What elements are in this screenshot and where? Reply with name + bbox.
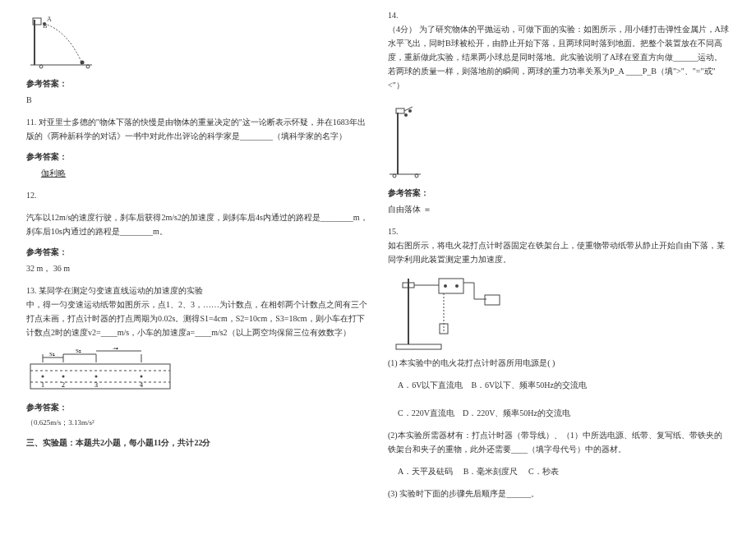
q11-text: 对亚里士多德的"物体下落的快慢是由物体的重量决定的"这一论断表示怀疑，并在168…: [26, 118, 366, 141]
q15-optB: B．6V以下、频率50Hz的交流电: [471, 380, 587, 390]
q15-intro: 如右图所示，将电火花打点计时器固定在铁架台上，使重物带动纸带从静止开始自由下落，…: [388, 241, 725, 264]
q13-text: 中，得一匀变速运动纸带如图所示，点1、2、3，……为计数点，在相邻两个计数点之间…: [26, 300, 367, 337]
q13: 13. 某同学在测定匀变速直线运动的加速度的实验 中，得一匀变速运动纸带如图所示…: [26, 284, 368, 339]
q14-score: （4分）: [388, 25, 417, 34]
q15-figure: [388, 274, 730, 353]
q13-figure: 1 2 3 4 S₁ S₂ S₃: [26, 348, 368, 397]
q14-answer-label: 参考答案：: [388, 187, 730, 199]
q15-num: 15.: [388, 224, 730, 238]
q12-answer-label: 参考答案：: [26, 247, 368, 258]
svg-text:S₃: S₃: [113, 348, 118, 351]
svg-text:S₁: S₁: [49, 351, 55, 357]
section-3-title: 三、实验题：本题共2小题，每小题11分，共计22分: [26, 437, 368, 449]
svg-point-7: [39, 65, 43, 68]
svg-point-35: [408, 109, 412, 113]
svg-point-34: [404, 113, 408, 117]
q12-answer: 32 m， 36 m: [26, 261, 368, 275]
q14-answer: 自由落体 ＝: [388, 202, 730, 216]
svg-text:1: 1: [41, 381, 44, 389]
q15-opt2C: C．秒表: [528, 467, 559, 476]
svg-point-43: [444, 284, 447, 288]
svg-text:S₂: S₂: [76, 348, 81, 354]
svg-point-14: [62, 376, 65, 378]
svg-text:3: 3: [94, 381, 98, 389]
svg-point-44: [455, 284, 459, 288]
q15-opt2B: B．毫米刻度尺: [463, 467, 519, 476]
q12-num: 12.: [26, 188, 368, 202]
q14-num: 14.: [388, 8, 730, 22]
q15-sub2: (2)本实验所需器材有：打点计时器（带导线）、（1）中所选电源、纸带、复写纸、带…: [388, 428, 730, 456]
q13-num: 13.: [26, 286, 37, 295]
svg-point-6: [81, 61, 85, 65]
q15: 15. 如右图所示，将电火花打点计时器固定在铁架台上，使重物带动纸带从静止开始自…: [388, 224, 730, 266]
svg-point-8: [86, 65, 90, 68]
svg-point-18: [141, 376, 143, 378]
q11: 11. 对亚里士多德的"物体下落的快慢是由物体的重量决定的"这一论断表示怀疑，并…: [26, 115, 368, 143]
q13-title: 某同学在测定匀变速直线运动的加速度的实验: [39, 286, 203, 295]
q15-sub1: (1) 本实验中的电火花打点计时器所用电源是( ): [388, 356, 730, 370]
svg-rect-42: [439, 279, 463, 293]
svg-rect-47: [485, 295, 500, 305]
q12-text: 汽车以12m/s的速度行驶，刹车后获得2m/s2的加速度，则刹车后4s内通过的路…: [26, 210, 368, 238]
q10-answer-label: 参考答案：: [26, 78, 368, 90]
q15-optD: D．220V、频率50Hz的交流电: [463, 408, 570, 417]
q11-answer-label: 参考答案：: [26, 151, 368, 163]
q14: 14. （4分） 为了研究物体的平抛运动，可做下面的实验：如图所示，用小锤打击弹…: [388, 8, 730, 92]
q15-optA: A．6V以下直流电: [398, 380, 463, 390]
q15-opts2: A．天平及砝码 B．毫米刻度尺 C．秒表: [398, 464, 730, 478]
q13-answer-label: 参考答案：: [26, 402, 368, 413]
svg-point-12: [42, 376, 44, 378]
svg-point-16: [95, 376, 98, 378]
svg-text:A: A: [47, 16, 52, 23]
q15-opt2A: A．天平及砝码: [398, 467, 453, 476]
q14-figure: [388, 100, 730, 182]
svg-text:4: 4: [140, 381, 143, 389]
q13-answer: （0.625m/s；3.13m/s²: [26, 417, 368, 429]
svg-point-36: [393, 174, 396, 178]
q15-opts1: A．6V以下直流电 B．6V以下、频率50Hz的交流电 C．220V直流电 D．…: [398, 378, 730, 420]
svg-point-37: [415, 174, 418, 178]
svg-rect-46: [440, 324, 448, 334]
svg-rect-9: [30, 364, 170, 389]
q11-answer: 伽利略: [41, 166, 368, 180]
q14-text: 为了研究物体的平抛运动，可做下面的实验：如图所示，用小锤打击弹性金属片，A球水平…: [388, 25, 729, 90]
q10-figure: A B: [26, 12, 368, 73]
q15-optC: C．220V直流电: [398, 408, 454, 417]
svg-text:2: 2: [62, 381, 65, 389]
q11-num: 11.: [26, 118, 36, 127]
q15-sub3: (3) 实验时下面的步骤先后顺序是______。: [388, 487, 730, 500]
svg-rect-39: [396, 344, 441, 349]
q10-answer: B: [26, 93, 368, 107]
